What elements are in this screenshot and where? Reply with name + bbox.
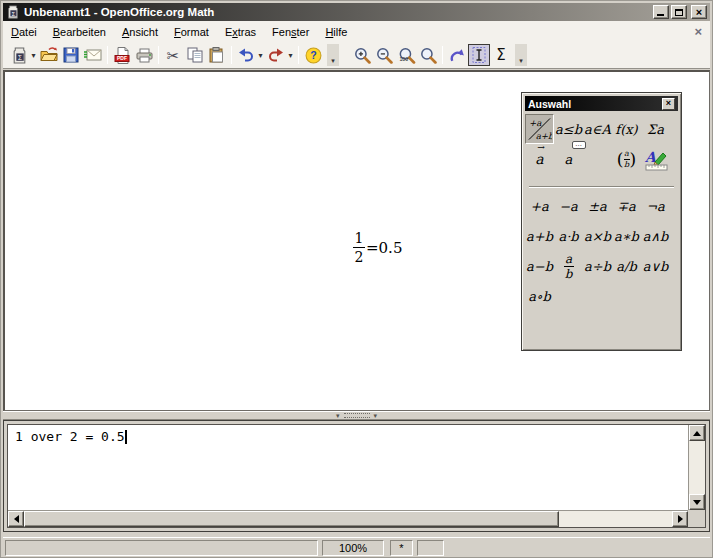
palette-symbol-a-minus-b[interactable]: a−b xyxy=(525,259,554,274)
copy-icon xyxy=(187,47,203,63)
scroll-left-button[interactable] xyxy=(8,511,24,527)
catalog-button[interactable]: Σ xyxy=(490,44,512,66)
update-button[interactable] xyxy=(446,44,468,66)
palette-symbol-a-plus-b[interactable]: a+b xyxy=(525,229,554,244)
help-button[interactable]: ? xyxy=(302,44,324,66)
zoom-out-icon xyxy=(376,47,393,64)
toolbar-separator xyxy=(442,46,443,64)
email-icon xyxy=(84,48,102,62)
scroll-right-button[interactable] xyxy=(672,511,688,527)
toolbar: Σ ▾ PDF ✂ ▾ xyxy=(3,42,710,69)
splitter-arrow-icon: ▾ xyxy=(336,412,340,419)
print-button[interactable] xyxy=(133,44,155,66)
command-window: 1 over 2 = 0.5 xyxy=(3,420,710,532)
arrow-left-icon xyxy=(14,515,19,523)
category-functions[interactable]: f(x) xyxy=(612,114,641,144)
new-dropdown-arrow[interactable]: ▾ xyxy=(29,51,38,60)
status-zoom-level[interactable]: 100% xyxy=(322,540,384,556)
palette-symbol-plus-a[interactable]: +a xyxy=(525,199,554,214)
undo-button[interactable] xyxy=(235,44,257,66)
toolbar-separator xyxy=(298,46,299,64)
maximize-button[interactable] xyxy=(671,5,687,19)
palette-symbol-plus-minus-a[interactable]: ±a xyxy=(583,199,612,214)
category-others[interactable]: a... xyxy=(554,144,583,174)
paste-icon xyxy=(209,47,225,63)
fraction-bar xyxy=(353,247,365,248)
menu-extras[interactable]: Extras xyxy=(217,23,264,41)
formula-rhs: =0.5 xyxy=(366,239,402,257)
palette-symbol-a-or-b[interactable]: a∨b xyxy=(641,259,670,274)
palette-symbol-minus-plus-a[interactable]: ∓a xyxy=(612,199,641,214)
palette-symbol-a-cdot-b[interactable]: a·b xyxy=(554,229,583,244)
menu-ansicht[interactable]: Ansicht xyxy=(114,23,166,41)
vertical-scrollbar[interactable] xyxy=(688,425,705,510)
toolbar-separator xyxy=(231,46,232,64)
close-button[interactable]: × xyxy=(691,5,707,19)
redo-button[interactable] xyxy=(265,44,287,66)
undo-dropdown-arrow[interactable]: ▾ xyxy=(256,51,265,60)
maximize-icon xyxy=(675,9,683,16)
title-bar[interactable]: Σ Unbenannt1 - OpenOffice.org Math × xyxy=(3,3,710,21)
palette-symbol-a-div-b[interactable]: a÷b xyxy=(583,259,612,274)
palette-symbol-minus-a[interactable]: −a xyxy=(554,199,583,214)
zoom-100-button[interactable]: 100 xyxy=(395,44,417,66)
cut-button[interactable]: ✂ xyxy=(162,44,184,66)
redo-dropdown-arrow[interactable]: ▾ xyxy=(286,51,295,60)
zoom-full-icon xyxy=(420,47,437,64)
palette-symbol-not-a[interactable]: ¬a xyxy=(641,199,670,214)
scroll-up-button[interactable] xyxy=(689,425,705,441)
scrollbar-track[interactable] xyxy=(559,511,672,527)
open-button[interactable] xyxy=(38,44,60,66)
email-button[interactable] xyxy=(82,44,104,66)
rendered-formula: 1 2 =0.5 xyxy=(353,231,402,264)
menu-hilfe[interactable]: Hilfe xyxy=(317,23,355,41)
palette-symbol-a-slash-b[interactable]: a/b xyxy=(612,259,641,274)
scroll-down-button[interactable] xyxy=(689,494,705,510)
command-input[interactable]: 1 over 2 = 0.5 xyxy=(8,425,688,510)
status-panel-main xyxy=(5,540,318,556)
palette-symbol-a-circ-b[interactable]: a∘b xyxy=(525,289,554,304)
new-formula-button[interactable]: Σ xyxy=(8,44,30,66)
palette-symbol-a-and-b[interactable]: a∧b xyxy=(641,229,670,244)
menu-format[interactable]: Format xyxy=(166,23,217,41)
category-brackets[interactable]: (ab) xyxy=(612,144,641,174)
paste-button[interactable] xyxy=(206,44,228,66)
category-attributes[interactable]: a xyxy=(525,144,554,174)
category-set-operations[interactable]: a∈A xyxy=(583,114,612,144)
arrow-right-icon xyxy=(678,515,683,523)
svg-text:?: ? xyxy=(310,49,316,61)
formula-cursor-button[interactable] xyxy=(468,44,490,66)
menu-fenster[interactable]: Fenster xyxy=(264,23,317,41)
palette-symbol-a-over-b[interactable]: ab xyxy=(554,253,583,280)
status-panel-extra xyxy=(417,540,444,556)
category-unary-binary-operators[interactable]: +aa+b xyxy=(525,114,554,144)
fraction-icon: ab xyxy=(564,253,574,280)
category-operators[interactable]: Σa xyxy=(641,114,670,144)
copy-button[interactable] xyxy=(184,44,206,66)
toolbar-overflow-button[interactable]: ▾ xyxy=(327,44,339,66)
toolbar-overflow-button[interactable]: ▾ xyxy=(515,44,527,66)
horizontal-scrollbar[interactable] xyxy=(8,510,688,527)
save-button[interactable] xyxy=(60,44,82,66)
palette-symbol-a-times-b[interactable]: a×b xyxy=(583,229,612,244)
zoom-out-button[interactable] xyxy=(373,44,395,66)
export-pdf-button[interactable]: PDF xyxy=(111,44,133,66)
zoom-in-button[interactable] xyxy=(351,44,373,66)
fraction-numerator: 1 xyxy=(355,231,364,245)
menu-bearbeiten[interactable]: Bearbeiten xyxy=(45,23,114,41)
palette-categories: +aa+b a≤b a∈A f(x) Σa a a... (ab) A xyxy=(525,114,678,174)
close-icon: × xyxy=(666,99,671,108)
category-formats[interactable]: A xyxy=(641,144,670,174)
palette-close-button[interactable]: × xyxy=(662,98,675,110)
open-icon xyxy=(40,47,58,63)
palette-symbol-a-ast-b[interactable]: a∗b xyxy=(612,229,641,244)
zoom-full-button[interactable] xyxy=(417,44,439,66)
window-splitter[interactable]: ▾ ▾ xyxy=(3,411,710,420)
scrollbar-thumb[interactable] xyxy=(24,511,559,527)
minimize-button[interactable] xyxy=(653,5,669,19)
close-document-button[interactable]: × xyxy=(694,25,702,38)
palette-title-bar[interactable]: Auswahl × xyxy=(525,96,678,111)
others-icon: a... xyxy=(565,152,573,167)
zoom-100-icon: 100 xyxy=(397,47,416,64)
menu-datei[interactable]: Datei xyxy=(3,23,45,41)
